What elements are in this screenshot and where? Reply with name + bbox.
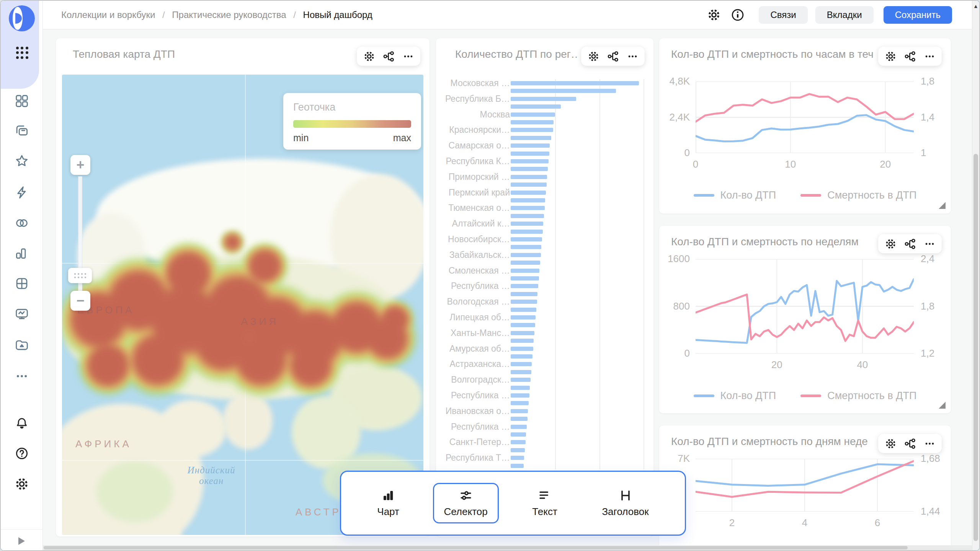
bar-row[interactable]: Республика К… — [445, 157, 645, 165]
bar-row[interactable]: Республика … — [445, 423, 645, 431]
bar-row[interactable]: Волгоградск… — [445, 376, 645, 384]
dashboard-settings-button[interactable] — [706, 7, 722, 23]
bar-row[interactable] — [445, 462, 645, 470]
bar[interactable] — [511, 230, 543, 234]
bar-row[interactable]: Республика Б… — [445, 95, 645, 103]
bar[interactable] — [511, 315, 536, 320]
bar[interactable] — [511, 292, 537, 296]
bar[interactable] — [511, 175, 547, 179]
widget-relations-icon[interactable] — [607, 51, 619, 62]
toolbar-item-selector[interactable]: Селектор — [433, 483, 499, 523]
widget-settings-icon[interactable] — [363, 51, 375, 62]
widget-relations-icon[interactable] — [904, 238, 916, 250]
sidebar-item-help[interactable] — [15, 446, 29, 461]
bar-row[interactable]: Самарская о… — [445, 142, 645, 150]
bar-row[interactable]: Республика Т… — [445, 454, 645, 462]
sidebar-item-settings[interactable] — [15, 477, 29, 491]
bar[interactable] — [511, 378, 531, 382]
bar[interactable] — [511, 401, 529, 405]
bar[interactable] — [511, 276, 539, 280]
sidebar-expand-button[interactable] — [1, 529, 42, 547]
bar-row[interactable]: Санкт-Петер… — [445, 438, 645, 446]
map-zoom-out-button[interactable]: − — [70, 291, 90, 311]
sidebar-item-notifications[interactable] — [15, 416, 29, 431]
bar-row[interactable]: Новосибирск… — [445, 235, 645, 243]
bar[interactable] — [511, 440, 526, 444]
widget-menu-icon[interactable] — [924, 238, 936, 250]
bar[interactable] — [511, 432, 526, 437]
line-plot[interactable] — [696, 459, 914, 512]
bar[interactable] — [511, 308, 536, 312]
legend-item[interactable]: Смертность в ДТП — [800, 390, 916, 402]
widget-menu-icon[interactable] — [924, 438, 936, 450]
bar[interactable] — [511, 464, 524, 468]
bar[interactable] — [511, 425, 527, 429]
bar[interactable] — [511, 183, 547, 187]
bar-row[interactable]: Алтайский к… — [445, 220, 645, 228]
bar[interactable] — [511, 81, 639, 85]
bar[interactable] — [511, 354, 532, 359]
bar[interactable] — [511, 362, 532, 366]
scroll-up-arrow[interactable]: ▲ — [972, 3, 979, 9]
bar-row[interactable]: Красноярски… — [445, 126, 645, 134]
widget-menu-icon[interactable] — [402, 51, 414, 62]
bar[interactable] — [511, 448, 525, 452]
bar[interactable] — [511, 143, 550, 148]
bar[interactable] — [511, 245, 541, 249]
bar[interactable] — [511, 300, 537, 304]
horizontal-scrollbar-thumb[interactable] — [44, 546, 908, 549]
sidebar-item-monitoring[interactable] — [15, 307, 29, 321]
line-plot[interactable] — [696, 259, 914, 354]
bar-row[interactable]: Ивановская о… — [445, 407, 645, 415]
bar-row[interactable]: Республика … — [445, 391, 645, 399]
info-button[interactable] — [730, 7, 746, 23]
bar[interactable] — [511, 331, 534, 335]
map[interactable]: ЕВРОПА АЗИЯ АФРИКА Индийский океан АВСТР… — [62, 75, 423, 535]
horizontal-scrollbar[interactable] — [43, 545, 972, 550]
resize-handle[interactable] — [939, 202, 946, 209]
toolbar-item-chart[interactable]: Чарт — [366, 483, 410, 523]
bar-row[interactable]: Республика … — [445, 282, 645, 290]
sidebar-item-connections[interactable] — [15, 216, 29, 230]
bar-row[interactable]: Астраханска… — [445, 360, 645, 368]
bar[interactable] — [511, 417, 528, 421]
widget-menu-icon[interactable] — [924, 51, 936, 62]
bar[interactable] — [511, 152, 549, 156]
bar[interactable] — [511, 409, 528, 413]
resize-handle[interactable] — [939, 402, 946, 409]
bar[interactable] — [511, 214, 544, 218]
bar[interactable] — [511, 167, 548, 171]
sidebar-item-quick-actions[interactable] — [15, 185, 29, 200]
bar[interactable] — [511, 253, 541, 257]
bar-row[interactable]: Липецкая об… — [445, 313, 645, 321]
bar[interactable] — [511, 191, 546, 195]
bar[interactable] — [511, 261, 540, 265]
bar[interactable] — [511, 456, 524, 460]
sidebar-item-more[interactable] — [15, 369, 29, 383]
sidebar-item-workbooks[interactable] — [15, 124, 29, 139]
sidebar-item-charts[interactable] — [15, 246, 29, 261]
bar[interactable] — [511, 159, 549, 163]
bar-row[interactable]: Московская … — [445, 79, 645, 87]
bar-row[interactable]: Амурская об… — [445, 345, 645, 353]
map-zoom-handle[interactable] — [68, 268, 92, 283]
tabs-button[interactable]: Вкладки — [815, 6, 874, 24]
bar[interactable] — [511, 89, 616, 93]
bar[interactable] — [511, 370, 531, 374]
widget-menu-icon[interactable] — [627, 51, 639, 62]
breadcrumb-guides[interactable]: Практические руководства — [172, 10, 286, 20]
toolbar-item-text[interactable]: Текст — [521, 483, 568, 523]
links-button[interactable]: Связи — [759, 6, 807, 24]
bar[interactable] — [511, 386, 530, 390]
bar[interactable] — [511, 339, 534, 343]
toolbar-item-heading[interactable]: Заголовок — [591, 483, 660, 523]
bar[interactable] — [511, 120, 554, 124]
widget-relations-icon[interactable] — [383, 51, 395, 62]
bar-row[interactable]: Ханты-Манс… — [445, 329, 645, 337]
widget-settings-icon[interactable] — [885, 438, 897, 450]
vertical-scrollbar-thumb[interactable] — [973, 154, 978, 541]
widget-settings-icon[interactable] — [885, 238, 897, 250]
bar[interactable] — [511, 284, 538, 288]
bar-row[interactable]: Смоленская … — [445, 267, 645, 275]
sidebar-item-datasets[interactable] — [15, 276, 29, 291]
